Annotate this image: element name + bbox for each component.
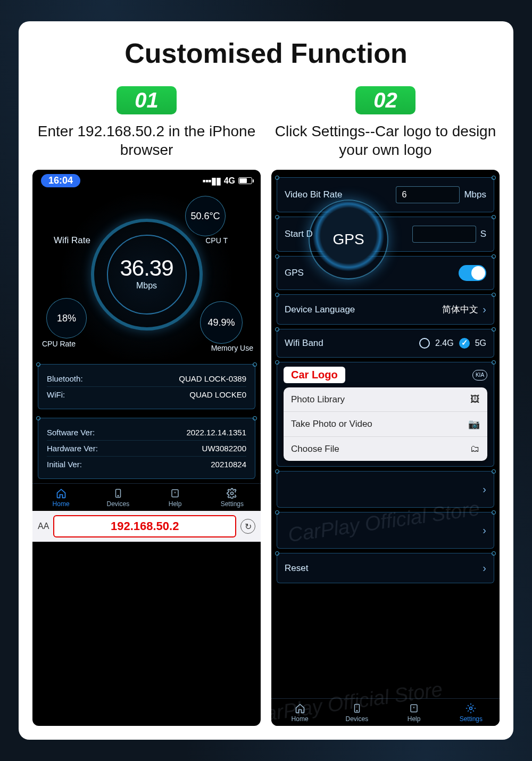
column-step-1: 01 Enter 192.168.50.2 in the iPhone brow…: [32, 86, 261, 726]
tab-devices[interactable]: Devices: [328, 699, 385, 726]
car-logo-pill: Car Logo: [284, 367, 345, 383]
wifi-rate-value: 36.39 Mbps: [120, 255, 173, 291]
tab-settings[interactable]: Settings: [443, 699, 500, 726]
svg-point-5: [356, 710, 358, 712]
start-delay-input[interactable]: [412, 226, 476, 243]
tab-home[interactable]: Home: [32, 484, 89, 511]
chevron-right-icon: ›: [483, 562, 486, 574]
card: Customised Function 01 Enter 192.168.50.…: [19, 21, 513, 740]
wifi-rate-label: Wifi Rate: [54, 235, 90, 246]
devices-icon: [352, 703, 362, 714]
page-title: Customised Function: [32, 37, 500, 69]
status-bar: 16:04 ▪▪▪▮▮ 4G: [32, 170, 261, 189]
settings-screenshot: GPS Video Bit Rate 6 Mbps Start D: [271, 170, 500, 726]
browser-urlbar: AA 192.168.50.2 ↻: [32, 511, 261, 542]
gps-highlight-bubble: GPS: [309, 200, 388, 279]
bluetooth-label: Bluetooth:: [47, 374, 83, 383]
memory-gauge: 49.9%: [200, 301, 243, 344]
car-logo-popup: Photo Library 🖼 Take Photo or Video 📷 Ch…: [284, 387, 487, 461]
network-label: 4G: [224, 176, 235, 186]
status-time: 16:04: [41, 174, 80, 187]
language-value: 简体中文: [442, 303, 478, 316]
hardware-ver-label: Hardware Ver:: [47, 444, 98, 453]
software-ver-value: 2022.12.14.1351: [186, 428, 246, 437]
row-hidden-1[interactable]: ›: [277, 471, 494, 508]
step-badge-2: 02: [355, 86, 415, 114]
phone-screenshot: 16:04 ▪▪▪▮▮ 4G Wifi Rate 36.39 Mbps: [32, 170, 261, 726]
cpu-temp-label: CPU T: [205, 236, 228, 245]
camera-icon: 📷: [468, 418, 480, 430]
step-badge-1: 01: [117, 86, 177, 114]
reload-icon: ↻: [245, 522, 252, 532]
memory-label: Memory Use: [211, 344, 253, 352]
home-icon: [56, 488, 66, 499]
row-car-logo[interactable]: Car Logo KIA Photo Library 🖼 Take Photo …: [277, 362, 494, 467]
chevron-right-icon: ›: [483, 303, 486, 316]
tab-devices[interactable]: Devices: [89, 484, 146, 511]
svg-point-1: [118, 495, 119, 497]
connection-panel: Bluetooth: QUAD LOCK-0389 WiFi: QUAD LOC…: [38, 364, 255, 409]
tab-home[interactable]: Home: [271, 699, 328, 726]
column-step-2: 02 Click Settings--Car logo to design yo…: [271, 86, 500, 726]
svg-point-3: [231, 492, 234, 495]
cpu-temp-gauge: 50.6°C: [185, 196, 226, 236]
signal-icon: ▪▪▪▮▮: [203, 175, 221, 187]
settings-tabbar: Home Devices Help: [271, 698, 500, 726]
initial-ver-value: 20210824: [211, 460, 246, 469]
tab-help[interactable]: Help: [386, 699, 443, 726]
devices-icon: [113, 488, 123, 499]
step-caption-1: Enter 192.168.50.2 in the iPhone browser: [32, 122, 261, 160]
video-bitrate-input[interactable]: 6: [396, 186, 460, 203]
home-icon: [295, 703, 305, 714]
versions-panel: Software Ver: 2022.12.14.1351 Hardware V…: [38, 418, 255, 479]
tab-help[interactable]: Help: [147, 484, 204, 511]
text-size-button[interactable]: AA: [38, 522, 49, 531]
row-hidden-2[interactable]: ›: [277, 512, 494, 549]
svg-point-7: [470, 707, 472, 710]
row-reset[interactable]: Reset ›: [277, 553, 494, 583]
help-icon: [409, 703, 419, 714]
chevron-right-icon: ›: [483, 483, 486, 495]
wifi-band-5g-radio[interactable]: [459, 338, 470, 349]
help-icon: [170, 488, 180, 499]
step-caption-2: Click Settings--Car logo to design your …: [271, 122, 500, 160]
brand-badge: KIA: [472, 370, 487, 380]
row-wifi-band[interactable]: Wifi Band 2.4G 5G: [277, 329, 494, 358]
folder-icon: 🗂: [470, 443, 480, 454]
popup-photo-library[interactable]: Photo Library 🖼: [284, 387, 487, 411]
initial-ver-label: Initial Ver:: [47, 460, 82, 469]
cpu-rate-label: CPU Rate: [42, 340, 76, 348]
row-video-bitrate[interactable]: Video Bit Rate 6 Mbps: [277, 177, 494, 212]
gear-icon: [466, 703, 476, 714]
hardware-ver-value: UW3082200: [202, 444, 246, 453]
chevron-right-icon: ›: [483, 524, 486, 536]
software-ver-label: Software Ver:: [47, 428, 95, 437]
gps-toggle[interactable]: [459, 265, 486, 281]
popup-take-photo[interactable]: Take Photo or Video 📷: [284, 411, 487, 436]
row-device-language[interactable]: Device Language 简体中文 ›: [277, 294, 494, 325]
wifi-value: QUAD LOCKE0: [189, 390, 246, 399]
tab-settings[interactable]: Settings: [204, 484, 261, 511]
bluetooth-value: QUAD LOCK-0389: [179, 374, 246, 383]
gear-icon: [227, 488, 237, 499]
photo-library-icon: 🖼: [470, 394, 480, 405]
popup-choose-file[interactable]: Choose File 🗂: [284, 436, 487, 461]
battery-icon: [238, 177, 252, 184]
dashboard: Wifi Rate 36.39 Mbps 50.6°C CPU T 18% CP…: [32, 189, 261, 360]
bottom-tabbar: Home Devices Help: [32, 483, 261, 511]
wifi-label: WiFi:: [47, 390, 65, 399]
wifi-band-24g-radio[interactable]: [419, 338, 430, 349]
reload-button[interactable]: ↻: [240, 519, 255, 534]
row-gps[interactable]: GPS: [277, 256, 494, 290]
url-field[interactable]: 192.168.50.2: [53, 515, 236, 537]
cpu-rate-gauge: 18%: [46, 298, 87, 338]
